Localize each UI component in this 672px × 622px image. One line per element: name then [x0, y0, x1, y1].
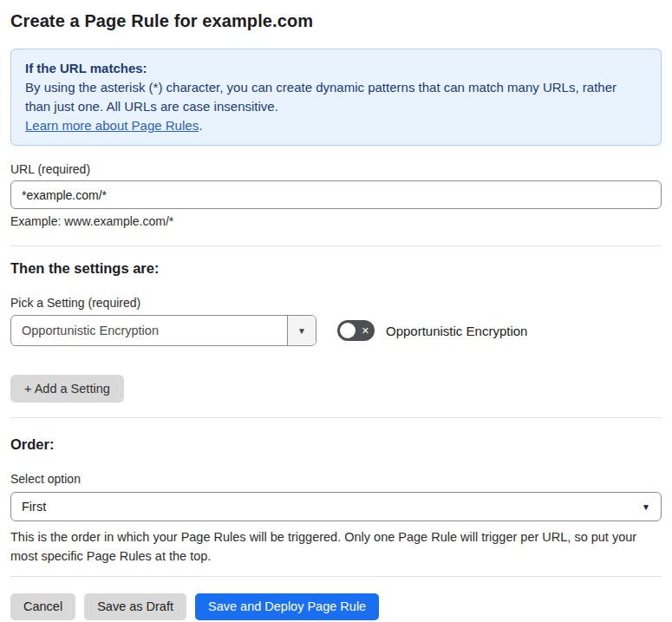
section-divider: [10, 246, 662, 246]
order-section-heading: Order:: [10, 436, 662, 453]
toggle-knob-icon: [340, 323, 356, 338]
link-suffix: .: [199, 118, 202, 133]
page-rule-form: Create a Page Rule for example.com If th…: [0, 11, 672, 620]
url-example-helper: Example: www.example.com/*: [10, 214, 662, 228]
toggle-label: Opportunistic Encryption: [386, 324, 527, 338]
order-helper-text: This is the order in which your Page Rul…: [10, 527, 656, 566]
order-select-label: Select option: [10, 472, 662, 486]
toggle-group: ✕ Opportunistic Encryption: [337, 320, 527, 341]
chevron-down-icon: ▼: [642, 502, 650, 512]
add-setting-button[interactable]: + Add a Setting: [10, 375, 124, 403]
footer-actions: Cancel Save as Draft Save and Deploy Pag…: [10, 593, 662, 620]
url-field-label: URL (required): [10, 162, 662, 176]
settings-section-heading: Then the settings are:: [10, 260, 662, 277]
order-select-value: First: [22, 500, 46, 514]
toggle-off-x-icon: ✕: [362, 326, 369, 336]
opportunistic-encryption-toggle[interactable]: ✕: [337, 320, 375, 341]
page-title: Create a Page Rule for example.com: [10, 11, 662, 31]
chevron-down-icon: ▼: [297, 326, 306, 336]
setting-select-value: Opportunistic Encryption: [11, 316, 287, 345]
learn-more-link[interactable]: Learn more about Page Rules: [25, 118, 199, 133]
pick-setting-label: Pick a Setting (required): [10, 296, 662, 310]
setting-select[interactable]: Opportunistic Encryption ▼: [10, 315, 316, 346]
info-banner-body: By using the asterisk (*) character, you…: [25, 78, 632, 116]
save-as-draft-button[interactable]: Save as Draft: [84, 593, 186, 620]
order-select[interactable]: First ▼: [10, 492, 662, 521]
info-banner-heading: If the URL matches:: [25, 59, 647, 78]
save-and-deploy-button[interactable]: Save and Deploy Page Rule: [195, 593, 379, 620]
url-match-info-banner: If the URL matches: By using the asteris…: [10, 49, 662, 146]
cancel-button[interactable]: Cancel: [10, 593, 75, 620]
url-input[interactable]: [10, 180, 662, 209]
info-banner-link-row: Learn more about Page Rules.: [25, 116, 647, 135]
section-divider: [10, 417, 662, 418]
footer-divider: [10, 576, 662, 577]
setting-select-arrow-button[interactable]: ▼: [287, 316, 316, 345]
setting-row: Opportunistic Encryption ▼ ✕ Opportunist…: [10, 315, 662, 346]
